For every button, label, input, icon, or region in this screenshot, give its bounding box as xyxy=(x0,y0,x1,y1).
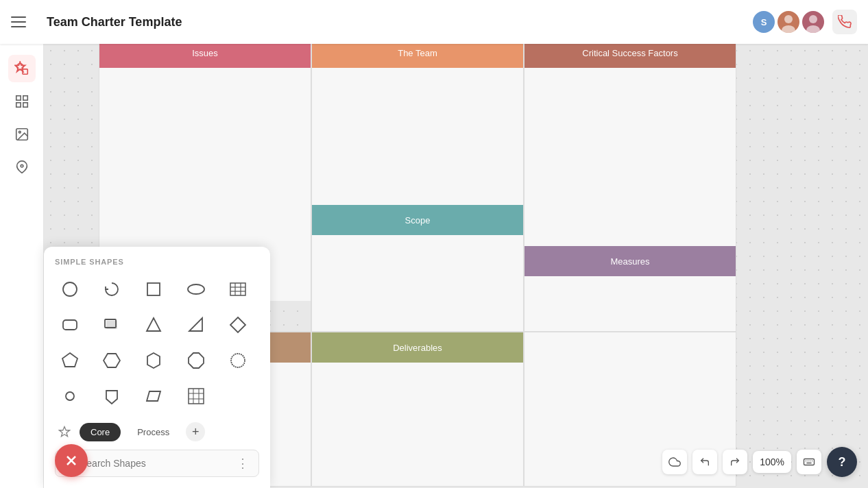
tab-core[interactable]: Core xyxy=(80,423,121,441)
svg-rect-35 xyxy=(189,389,204,404)
measures-body[interactable] xyxy=(525,276,736,331)
shapes-tabs: Core Process + xyxy=(55,422,259,441)
shapes-grid xyxy=(55,274,259,411)
svg-marker-28 xyxy=(62,353,77,367)
svg-point-3 xyxy=(806,25,820,33)
svg-rect-45 xyxy=(804,459,815,465)
shape-circle-sm[interactable] xyxy=(55,381,85,411)
svg-rect-17 xyxy=(230,283,245,295)
shape-hexagon-flat[interactable] xyxy=(97,345,127,376)
svg-marker-25 xyxy=(147,318,160,331)
csf-header: Critical Success Factors xyxy=(525,44,736,68)
issues-header: Issues xyxy=(99,44,311,68)
tab-add-button[interactable]: + xyxy=(186,422,205,441)
avatar-s[interactable]: S xyxy=(753,11,775,33)
svg-rect-22 xyxy=(63,320,77,330)
team-header: The Team xyxy=(312,44,523,68)
shape-grid[interactable] xyxy=(181,381,211,411)
bottom-controls: 100% ? xyxy=(662,447,857,477)
svg-marker-29 xyxy=(104,354,120,367)
shape-shadow-rect[interactable] xyxy=(97,310,127,340)
cloud-save-button[interactable] xyxy=(662,450,687,474)
team-scope-col: The Team Scope xyxy=(311,44,524,332)
svg-point-32 xyxy=(231,354,245,367)
svg-rect-9 xyxy=(16,103,20,107)
sidebar-shapes-tool[interactable] xyxy=(8,55,36,82)
undo-button[interactable] xyxy=(692,450,717,474)
csf-measures-col: Critical Success Factors Measures xyxy=(524,44,736,332)
scope-header: Scope xyxy=(312,205,523,235)
avatar-1[interactable] xyxy=(777,11,799,33)
zoom-level: 100% xyxy=(753,451,791,473)
svg-marker-34 xyxy=(147,391,160,401)
shape-square[interactable] xyxy=(138,274,169,304)
svg-rect-15 xyxy=(147,283,160,295)
svg-rect-10 xyxy=(23,103,27,107)
topbar: Team Charter Template S xyxy=(0,0,868,44)
shape-hexagon[interactable] xyxy=(138,345,169,376)
svg-marker-31 xyxy=(189,353,204,368)
sidebar-draw-tool[interactable] xyxy=(8,154,36,181)
svg-point-13 xyxy=(21,164,23,167)
tab-process[interactable]: Process xyxy=(126,423,180,441)
help-button[interactable]: ? xyxy=(827,447,857,477)
measures-header: Measures xyxy=(525,246,736,276)
menu-button[interactable] xyxy=(11,10,36,34)
sidebar-image-tool[interactable] xyxy=(8,121,36,148)
collaborators: S xyxy=(753,11,824,33)
shape-ellipse[interactable] xyxy=(181,274,211,304)
team-body[interactable] xyxy=(312,68,523,205)
svg-marker-40 xyxy=(60,427,70,437)
search-more-icon[interactable]: ⋮ xyxy=(237,456,250,471)
svg-marker-26 xyxy=(189,318,202,331)
left-sidebar xyxy=(0,44,44,488)
shape-table[interactable] xyxy=(223,274,253,304)
shapes-section-label: SIMPLE SHAPES xyxy=(55,258,259,266)
shape-circle[interactable] xyxy=(55,274,85,304)
search-input[interactable] xyxy=(80,458,231,469)
call-button[interactable] xyxy=(832,10,857,34)
shapes-tab-star[interactable] xyxy=(55,422,74,441)
keyboard-button[interactable] xyxy=(797,450,821,474)
shape-octagon[interactable] xyxy=(181,345,211,376)
svg-marker-27 xyxy=(230,317,245,332)
deliverables-header: Deliverables xyxy=(312,332,523,363)
svg-rect-8 xyxy=(23,96,27,100)
shape-circle-lg[interactable] xyxy=(223,345,253,376)
csf-body[interactable] xyxy=(525,68,736,246)
shape-rounded-rect[interactable] xyxy=(55,310,85,340)
svg-point-0 xyxy=(784,15,793,23)
fab-close-button[interactable] xyxy=(55,444,88,477)
svg-point-16 xyxy=(188,284,204,294)
svg-point-2 xyxy=(809,15,817,23)
svg-point-1 xyxy=(782,25,795,33)
svg-rect-7 xyxy=(16,96,20,100)
avatar-2[interactable] xyxy=(802,11,824,33)
deliverables-section: Deliverables xyxy=(311,332,524,487)
document-title: Team Charter Template xyxy=(47,15,753,29)
redo-button[interactable] xyxy=(723,450,747,474)
svg-point-14 xyxy=(63,282,77,296)
svg-point-12 xyxy=(19,131,21,133)
scope-body[interactable] xyxy=(312,235,523,331)
shape-triangle[interactable] xyxy=(138,310,169,340)
shape-pentagon[interactable] xyxy=(55,345,85,376)
svg-point-33 xyxy=(66,392,74,400)
shape-diamond[interactable] xyxy=(223,310,253,340)
svg-marker-30 xyxy=(147,353,160,368)
shape-right-triangle[interactable] xyxy=(181,310,211,340)
shape-shield[interactable] xyxy=(97,381,127,411)
deliverables-body[interactable] xyxy=(312,363,523,486)
shape-parallelogram[interactable] xyxy=(138,381,169,411)
sidebar-grid-tool[interactable] xyxy=(8,88,36,115)
shape-arc[interactable] xyxy=(97,274,127,304)
